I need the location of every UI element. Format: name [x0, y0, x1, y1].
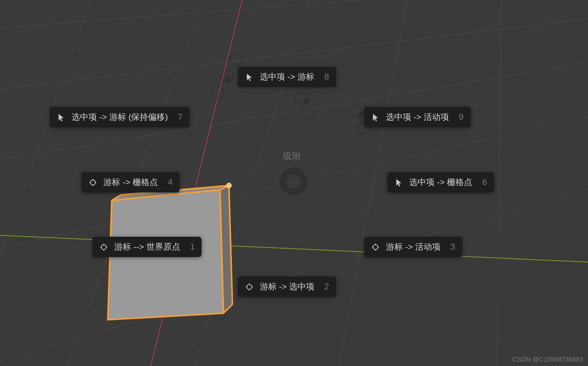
pie-item-label: 游标 -> 选中项 [260, 281, 314, 292]
cursor-icon [371, 243, 380, 252]
svg-point-15 [90, 180, 95, 185]
pie-item-key: 9 [459, 112, 463, 122]
cursor-icon [99, 243, 108, 252]
pie-item-selection-to-active[interactable]: 选中项 -> 活动项 9 [364, 107, 471, 127]
pie-item-cursor-to-world-origin[interactable]: 游标 --> 世界原点 1 [92, 237, 202, 257]
pie-item-cursor-to-active[interactable]: 游标 -> 活动项 3 [364, 237, 462, 257]
marker-icon [212, 86, 224, 98]
marker-icon [301, 107, 314, 120]
svg-point-14 [226, 183, 231, 188]
pie-item-cursor-to-grid[interactable]: 游标 -> 栅格点 4 [81, 172, 180, 192]
pointer-icon [245, 73, 254, 82]
pie-item-selection-to-cursor[interactable]: 选中项 -> 游标 8 [238, 67, 336, 87]
pie-item-label: 选中项 -> 游标 (保持偏移) [72, 111, 168, 123]
pie-item-label: 游标 -> 活动项 [386, 241, 441, 253]
pie-item-label: 游标 --> 世界原点 [114, 241, 180, 253]
svg-point-30 [247, 284, 252, 289]
viewport-3d[interactable]: 吸附 选中项 -> 游标 8 选中项 -> 游标 (保持偏移) 7 选中项 ->… [0, 0, 588, 366]
pie-item-label: 选中项 -> 游标 [260, 71, 314, 83]
pie-item-cursor-to-selected[interactable]: 游标 -> 选中项 2 [238, 276, 336, 297]
pie-item-label: 选中项 -> 活动项 [386, 111, 449, 123]
cursor-icon [88, 178, 97, 187]
pie-item-selection-to-grid[interactable]: 选中项 -> 栅格点 6 [387, 172, 494, 192]
pie-menu-title: 吸附 [283, 150, 301, 162]
pie-item-key: 3 [450, 242, 455, 252]
svg-point-20 [101, 245, 106, 250]
pie-item-key: 4 [168, 178, 172, 187]
pie-item-key: 1 [190, 242, 195, 252]
pie-item-key: 2 [324, 282, 329, 292]
pie-item-label: 游标 -> 栅格点 [103, 177, 158, 188]
pointer-icon [371, 113, 380, 122]
pie-item-key: 7 [178, 112, 182, 122]
pie-item-key: 8 [324, 72, 329, 82]
pie-item-key: 6 [482, 178, 487, 187]
pie-item-selection-to-cursor-offset[interactable]: 选中项 -> 游标 (保持偏移) 7 [50, 107, 190, 127]
pointer-icon [57, 113, 66, 122]
marker-icon [229, 54, 242, 67]
svg-point-25 [373, 245, 378, 250]
cursor-icon [245, 282, 254, 291]
pie-item-label: 选中项 -> 栅格点 [409, 177, 472, 188]
watermark: CSDN @C15968736683 [512, 356, 583, 363]
pointer-icon [394, 178, 403, 187]
pie-center-ring [280, 168, 307, 195]
